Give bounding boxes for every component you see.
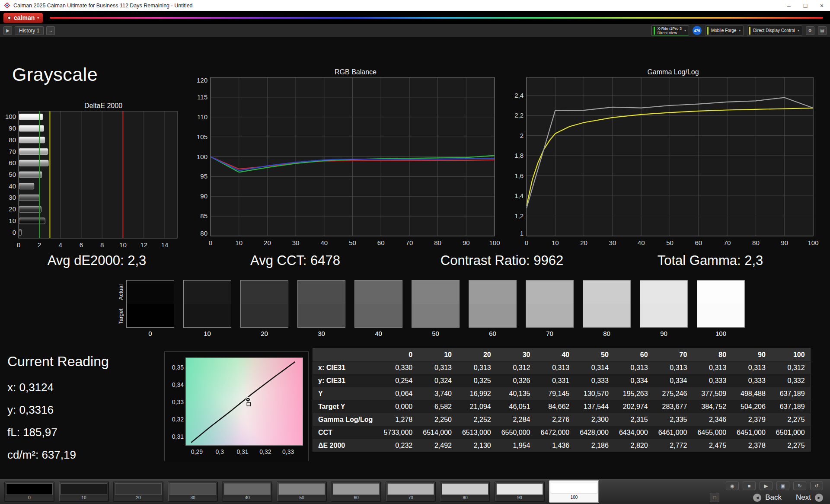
gamma-chart-title: Gamma Log/Log bbox=[506, 68, 820, 77]
rgb-chart-plot: 0102030405060708090100808590951001051101… bbox=[190, 77, 501, 248]
meter-select[interactable]: X-Rite i1Pro 3 Direct View ▾ bbox=[651, 26, 689, 36]
sync-icon[interactable]: ↻ bbox=[793, 482, 806, 490]
table-cell: 0,333 bbox=[731, 374, 771, 387]
table-cell: 275,246 bbox=[653, 387, 693, 400]
transport-panel: ◉■▶▣↻↺ □ ◀ Back Next ▶ bbox=[710, 482, 823, 502]
grayscale-swatch-10: 10 bbox=[183, 280, 231, 337]
ddc-name: Direct Display Control bbox=[753, 28, 795, 33]
level-button-60[interactable]: 60 bbox=[331, 482, 381, 502]
table-cell: 195,263 bbox=[614, 387, 653, 400]
table-cell: 79,145 bbox=[535, 387, 575, 400]
save-icon[interactable]: ▣ bbox=[776, 482, 789, 490]
level-buttons: 0102030405060708090100 bbox=[4, 482, 599, 503]
grayscale-swatch-50: 50 bbox=[412, 280, 460, 337]
history-tab[interactable]: History 1 bbox=[15, 26, 44, 35]
svg-text:80: 80 bbox=[9, 136, 16, 144]
capture-icon[interactable]: ◉ bbox=[726, 482, 739, 490]
table-cell: 6501,000 bbox=[771, 426, 810, 439]
table-col-header: 90 bbox=[731, 348, 771, 361]
reading-x: x: 0,3124 bbox=[7, 381, 109, 394]
grayscale-swatch-20: 20 bbox=[240, 280, 288, 337]
back-button[interactable]: Back bbox=[765, 493, 782, 502]
grayscale-swatch-40: 40 bbox=[354, 280, 402, 337]
contrast-ratio-stat: Contrast Ratio: 9962 bbox=[441, 253, 563, 268]
svg-text:1,6: 1,6 bbox=[514, 172, 524, 179]
level-button-10[interactable]: 10 bbox=[59, 482, 109, 502]
level-button-30[interactable]: 30 bbox=[168, 482, 218, 502]
cie-x-tick: 0,33 bbox=[282, 448, 294, 455]
cie-y-tick: 0,35 bbox=[166, 364, 184, 371]
minimize-button[interactable]: – bbox=[781, 0, 797, 11]
table-col-header: 0 bbox=[379, 348, 418, 361]
back-icon[interactable]: ◀ bbox=[753, 494, 761, 502]
history-expand-button[interactable]: ▶ bbox=[3, 26, 12, 35]
level-button-70[interactable]: 70 bbox=[386, 482, 436, 502]
svg-text:30: 30 bbox=[609, 239, 616, 246]
calman-logo-menu[interactable]: calman ▾ bbox=[3, 13, 43, 23]
svg-text:12: 12 bbox=[140, 241, 147, 249]
table-cell: 384,752 bbox=[692, 400, 731, 413]
table-row: Target Y0,0006,58221,09446,05184,662137,… bbox=[313, 400, 811, 413]
level-button-90[interactable]: 90 bbox=[495, 482, 545, 502]
cie-x-tick: 0,31 bbox=[236, 448, 248, 455]
level-button-40[interactable]: 40 bbox=[222, 482, 272, 502]
workspace-button[interactable]: ▤ bbox=[818, 26, 827, 35]
table-col-header: 100 bbox=[771, 348, 810, 361]
level-button-100[interactable]: 100 bbox=[549, 480, 599, 503]
pattern-window-button[interactable]: □ bbox=[710, 493, 719, 502]
table-cell: 84,662 bbox=[535, 400, 575, 413]
svg-text:80: 80 bbox=[434, 239, 441, 246]
settings-gear-button[interactable]: ⚙ bbox=[806, 26, 814, 35]
table-cell: 377,509 bbox=[692, 387, 731, 400]
table-cell: 1,278 bbox=[379, 413, 418, 426]
level-button-80[interactable]: 80 bbox=[440, 482, 490, 502]
toolbar: ▶ History 1 → X-Rite i1Pro 3 Direct View… bbox=[0, 24, 830, 37]
display-control-select[interactable]: Direct Display Control ▾ bbox=[747, 26, 802, 36]
current-reading-panel: Current Reading x: 0,3124 y: 0,3316 fL: … bbox=[7, 354, 109, 471]
avg-de-stat: Avg dE2000: 2,3 bbox=[48, 253, 147, 268]
table-cell: 2,820 bbox=[614, 439, 653, 452]
table-corner bbox=[313, 348, 379, 361]
table-row: x: CIE310,3300,3130,3130,3120,3130,3140,… bbox=[313, 361, 811, 374]
svg-text:80: 80 bbox=[752, 239, 760, 246]
table-cell: 2,335 bbox=[653, 413, 693, 426]
svg-text:120: 120 bbox=[197, 77, 208, 84]
next-button[interactable]: Next bbox=[796, 493, 811, 502]
reading-fl: fL: 185,97 bbox=[7, 426, 109, 439]
grayscale-swatch-30: 30 bbox=[297, 280, 345, 337]
table-cell: 2,276 bbox=[535, 413, 575, 426]
level-button-20[interactable]: 20 bbox=[113, 482, 163, 502]
row-label: CCT bbox=[313, 426, 379, 439]
level-button-0[interactable]: 0 bbox=[4, 482, 54, 502]
pattern-source-select[interactable]: Mobile Forge ▾ bbox=[705, 26, 744, 36]
ddc-accent bbox=[749, 27, 750, 35]
cie-y-tick: 0,31 bbox=[166, 433, 184, 440]
svg-text:100: 100 bbox=[808, 239, 818, 246]
history-nav-button[interactable]: → bbox=[46, 26, 55, 35]
stop-icon[interactable]: ■ bbox=[743, 482, 756, 490]
grayscale-swatch-70: 70 bbox=[526, 280, 574, 337]
svg-text:50: 50 bbox=[666, 239, 674, 246]
table-cell: 6472,000 bbox=[535, 426, 575, 439]
table-cell: 202,974 bbox=[614, 400, 653, 413]
table-cell: 137,544 bbox=[575, 400, 614, 413]
next-icon[interactable]: ▶ bbox=[815, 494, 823, 502]
svg-text:1: 1 bbox=[520, 230, 524, 237]
table-cell: 0,232 bbox=[379, 439, 418, 452]
svg-text:2: 2 bbox=[38, 241, 41, 249]
table-cell: 2,252 bbox=[457, 413, 496, 426]
maximize-button[interactable]: □ bbox=[797, 0, 814, 11]
play-icon[interactable]: ▶ bbox=[760, 482, 773, 490]
table-cell: 0,325 bbox=[457, 374, 496, 387]
svg-text:6: 6 bbox=[80, 241, 83, 249]
close-button[interactable]: × bbox=[814, 0, 830, 11]
row-label: x: CIE31 bbox=[313, 361, 379, 374]
table-col-header: 50 bbox=[575, 348, 614, 361]
table-cell: 0,313 bbox=[614, 361, 653, 374]
svg-text:10: 10 bbox=[9, 217, 16, 224]
reset-icon[interactable]: ↺ bbox=[810, 482, 823, 490]
svg-text:105: 105 bbox=[197, 133, 208, 140]
svg-text:30: 30 bbox=[292, 239, 300, 246]
level-button-50[interactable]: 50 bbox=[277, 482, 327, 502]
meter-count-badge: 479 bbox=[693, 26, 702, 35]
